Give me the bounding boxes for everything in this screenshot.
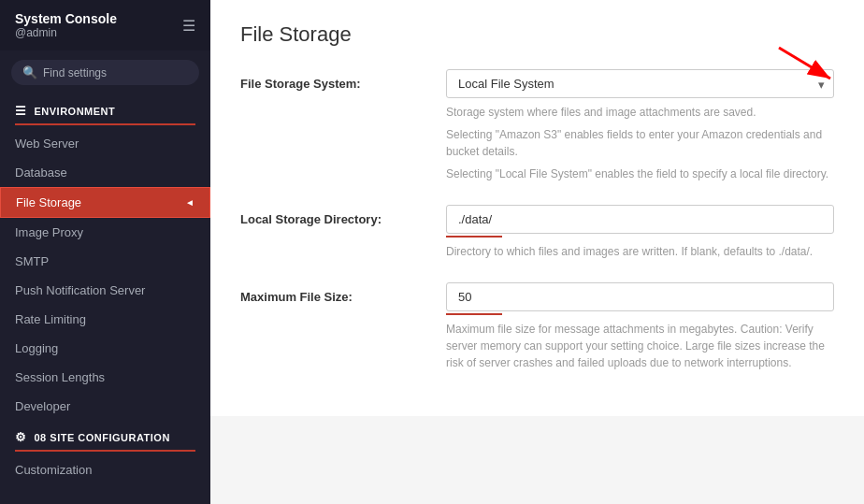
local-storage-help: Directory to which files and images are …: [446, 243, 834, 260]
file-storage-system-select-wrapper[interactable]: Local File System Amazon S3: [446, 69, 834, 98]
sidebar-item-label: Push Notification Server: [15, 283, 145, 297]
sidebar-item-label: SMTP: [15, 254, 49, 268]
sidebar-item-label: Image Proxy: [15, 225, 83, 239]
sidebar-item-file-storage[interactable]: File Storage ◄: [0, 187, 210, 218]
sidebar-item-push-notification[interactable]: Push Notification Server: [0, 276, 210, 305]
environment-label: ENVIRONMENT: [35, 106, 116, 117]
sidebar-item-database[interactable]: Database: [0, 158, 210, 187]
sidebar-item-label: Developer: [15, 399, 70, 413]
max-file-size-help: Maximum file size for message attachment…: [446, 321, 834, 371]
search-icon: 🔍: [22, 65, 37, 79]
site-config-icon: ⚙: [15, 430, 27, 444]
sidebar-item-label: Customization: [15, 463, 92, 477]
sidebar-item-label: Session Lengths: [15, 370, 105, 384]
sidebar-item-label: File Storage: [16, 195, 81, 209]
sidebar-item-label: Database: [15, 166, 67, 180]
search-input[interactable]: [43, 66, 188, 79]
max-file-size-input[interactable]: [446, 282, 834, 311]
max-file-size-control: Maximum file size for message attachment…: [446, 282, 834, 371]
sidebar-subtitle: @admin: [15, 26, 117, 39]
site-config-label: 08 SITE CONFIGURATION: [35, 432, 170, 443]
file-storage-help3: Selecting "Local File System" enables th…: [446, 166, 834, 182]
local-storage-dir-control: Directory to which files and images are …: [446, 205, 834, 260]
file-storage-help2: Selecting "Amazon S3" enables fields to …: [446, 126, 834, 160]
site-config-section-header: ⚙ 08 SITE CONFIGURATION: [0, 421, 210, 450]
file-storage-help1: Storage system where files and image att…: [446, 104, 834, 121]
sidebar-item-rate-limiting[interactable]: Rate Limiting: [0, 305, 210, 334]
sidebar-header: System Console @admin ☰: [0, 0, 210, 50]
sidebar-item-label: Rate Limiting: [15, 312, 86, 326]
max-file-size-underline: [446, 313, 502, 315]
active-arrow-icon: ◄: [185, 197, 194, 208]
sidebar-title: System Console: [15, 11, 117, 26]
environment-icon: ☰: [15, 104, 27, 118]
hamburger-icon[interactable]: ☰: [182, 17, 195, 35]
file-storage-system-control: Local File System Amazon S3 Storage syst…: [446, 69, 834, 182]
search-box[interactable]: 🔍: [11, 60, 199, 85]
sidebar-item-session-lengths[interactable]: Session Lengths: [0, 363, 210, 392]
sidebar-item-label: Logging: [15, 341, 58, 355]
max-file-size-row: Maximum File Size: Maximum file size for…: [240, 282, 834, 371]
local-storage-dir-input[interactable]: [446, 205, 834, 234]
environment-divider: [15, 123, 195, 125]
sidebar-item-customization[interactable]: Customization: [0, 455, 210, 484]
sidebar: System Console @admin ☰ 🔍 ☰ ENVIRONMENT …: [0, 0, 210, 504]
sidebar-item-smtp[interactable]: SMTP: [0, 247, 210, 276]
sidebar-brand: System Console @admin: [15, 11, 117, 39]
file-storage-system-select[interactable]: Local File System Amazon S3: [446, 69, 834, 98]
local-storage-dir-label: Local Storage Directory:: [240, 205, 446, 226]
local-storage-underline: [446, 236, 502, 238]
environment-section-header: ☰ ENVIRONMENT: [0, 94, 210, 123]
sidebar-item-image-proxy[interactable]: Image Proxy: [0, 218, 210, 247]
page-title: File Storage: [240, 22, 834, 47]
max-file-size-label: Maximum File Size:: [240, 282, 446, 304]
local-storage-dir-row: Local Storage Directory: Directory to wh…: [240, 205, 834, 260]
sidebar-item-logging[interactable]: Logging: [0, 334, 210, 363]
site-config-divider: [15, 450, 195, 452]
file-storage-system-row: File Storage System: Local File System A…: [240, 69, 834, 182]
main-wrapper: File Storage File Storage System: Local …: [210, 0, 864, 504]
sidebar-item-web-server[interactable]: Web Server: [0, 129, 210, 158]
sidebar-item-label: Web Server: [15, 137, 79, 151]
sidebar-item-developer[interactable]: Developer: [0, 392, 210, 421]
main-content: File Storage File Storage System: Local …: [210, 0, 864, 416]
file-storage-system-label: File Storage System:: [240, 69, 446, 91]
